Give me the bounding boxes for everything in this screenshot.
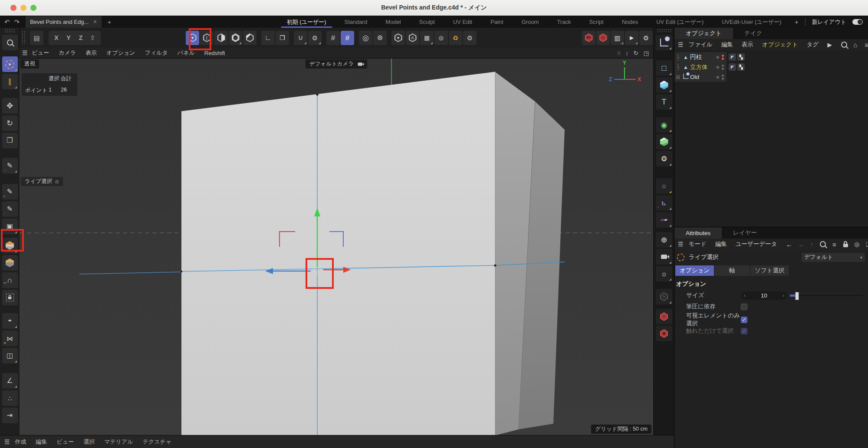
- menu-burger-icon[interactable]: ☰: [4, 438, 10, 445]
- spline-primitive-icon[interactable]: □: [656, 60, 672, 76]
- stepper-decrease-icon[interactable]: ‹: [741, 293, 749, 298]
- array-generator-icon[interactable]: [656, 134, 672, 150]
- tab-オブジェクト[interactable]: オブジェクト: [674, 28, 733, 39]
- enable-axis-icon[interactable]: ∟: [261, 31, 275, 45]
- visibility-dots[interactable]: [722, 55, 724, 60]
- visible-only-checkbox[interactable]: ✓: [741, 317, 747, 323]
- forward-arrow-icon[interactable]: →: [797, 241, 804, 248]
- layer-diamond-icon[interactable]: ◆: [716, 64, 720, 70]
- viewport-menu-フィルタ[interactable]: フィルタ: [145, 49, 168, 57]
- texture-tag-icon[interactable]: ▚: [737, 63, 745, 71]
- menu-burger-icon[interactable]: ☰: [22, 49, 28, 56]
- live-selection-tool-icon[interactable]: ➤: [2, 56, 18, 72]
- expand-icon[interactable]: ⊞: [674, 74, 681, 80]
- layout-tab-UVEdit-User (ユーザー)[interactable]: UVEdit-User (ユーザー): [713, 16, 790, 28]
- size-stepper[interactable]: ‹ 10 ›: [741, 291, 787, 300]
- back-arrow-icon[interactable]: ←: [786, 241, 792, 248]
- slider-handle[interactable]: [795, 292, 799, 300]
- dolly-icon[interactable]: ↕: [625, 50, 628, 56]
- attr-menu-編集[interactable]: 編集: [715, 240, 727, 248]
- texture-axis-mode-icon[interactable]: [243, 31, 256, 45]
- point-marker-right[interactable]: [494, 264, 496, 266]
- viewport-canvas[interactable]: 透視 デフォルトカメラ 選択 合計 ポイント 1 26 ライブ選択 ◎ グリッド…: [20, 59, 653, 435]
- object-row-Old[interactable]: ⊞Old◆: [674, 72, 868, 82]
- mirror-tool-icon[interactable]: ⋈◂: [2, 330, 18, 346]
- layout-tab-Sculpt[interactable]: Sculpt: [410, 16, 444, 28]
- bottom-menu-選択[interactable]: 選択: [83, 438, 95, 446]
- sky-object-icon[interactable]: ⊕: [656, 232, 672, 248]
- tweak-selection-tool-icon[interactable]: ∥: [2, 74, 18, 89]
- modeling-circle-icon[interactable]: ◎: [359, 31, 372, 45]
- magnet-tool-icon[interactable]: ∴: [2, 390, 18, 406]
- tab-テイク[interactable]: テイク: [733, 28, 773, 39]
- camera-label[interactable]: デフォルトカメラ: [306, 59, 367, 69]
- layout-tab-Track[interactable]: Track: [548, 16, 580, 28]
- render-queue-icon[interactable]: ▶: [625, 31, 638, 45]
- pan-hand-icon[interactable]: ☝: [617, 50, 620, 56]
- viewport-menu-Redshift[interactable]: Redshift: [204, 50, 225, 56]
- effector-icon[interactable]: ⚙∙: [656, 151, 672, 167]
- isolate-hexagon-icon[interactable]: ●: [391, 31, 405, 45]
- subtab-ソフト選択[interactable]: ソフト選択: [750, 265, 789, 276]
- edges-mode-icon[interactable]: |: [200, 31, 214, 45]
- texture-tag-icon[interactable]: ▚: [737, 53, 745, 61]
- phong-tag-icon[interactable]: ◤: [729, 53, 736, 61]
- layout-tab-Paint[interactable]: Paint: [481, 16, 513, 28]
- layer-diamond-icon[interactable]: ◆: [716, 54, 720, 60]
- layout-tab-Model[interactable]: Model: [376, 16, 410, 28]
- viewport-menu-カメラ[interactable]: カメラ: [59, 49, 76, 57]
- pressure-checkbox[interactable]: [741, 304, 747, 310]
- viewport-menu-ビュー[interactable]: ビュー: [32, 49, 49, 57]
- layout-tab-UV Edit[interactable]: UV Edit: [444, 16, 481, 28]
- render-to-viewer-icon[interactable]: ▥: [611, 31, 624, 45]
- new-layout-button[interactable]: 新レイアウト: [808, 18, 850, 26]
- subdivision-surface-icon[interactable]: ◉: [656, 117, 672, 133]
- stepper-increase-icon[interactable]: ›: [779, 293, 787, 298]
- zoom-window-button[interactable]: [30, 5, 36, 11]
- om-menu-タグ[interactable]: タグ: [807, 41, 819, 49]
- instance-object-icon[interactable]: ⊾▫: [656, 195, 672, 211]
- iron-tool-icon[interactable]: ∠: [2, 373, 18, 389]
- om-menu-編集[interactable]: 編集: [721, 41, 733, 49]
- bottom-menu-編集[interactable]: 編集: [36, 438, 47, 446]
- search-icon[interactable]: [841, 42, 848, 48]
- axis-z-button[interactable]: Z: [75, 34, 87, 41]
- axis-x-button[interactable]: X: [50, 34, 62, 41]
- point-marker-top[interactable]: [316, 93, 318, 95]
- minimize-window-button[interactable]: [20, 5, 26, 11]
- text-spline-icon[interactable]: T: [656, 94, 672, 110]
- layer-diamond-icon[interactable]: ◆: [716, 74, 720, 80]
- redshift-camera-icon[interactable]: ◉: [656, 326, 672, 341]
- up-arrow-icon[interactable]: ↑: [808, 241, 815, 248]
- viewport-menu-表示[interactable]: 表示: [85, 49, 97, 57]
- layout-tab-UV Edit (ユーザー)[interactable]: UV Edit (ユーザー): [647, 16, 713, 28]
- bottom-menu-作成[interactable]: 作成: [15, 438, 26, 446]
- om-menu-表示[interactable]: 表示: [742, 41, 753, 49]
- orbit-icon[interactable]: ↻: [634, 50, 638, 56]
- polygon-pen-tool-icon[interactable]: ✎▪: [2, 184, 18, 199]
- camera-object-icon[interactable]: [656, 249, 672, 265]
- close-window-button[interactable]: [10, 5, 16, 11]
- object-name[interactable]: Old: [690, 74, 716, 80]
- redo-icon[interactable]: ↷: [14, 18, 20, 26]
- bottom-menu-マテリアル[interactable]: マテリアル: [104, 438, 133, 446]
- filter-icon[interactable]: ≡: [863, 41, 868, 49]
- null-object-icon[interactable]: [656, 35, 672, 50]
- visibility-dots[interactable]: [722, 65, 724, 70]
- symmetry-object-icon[interactable]: ▱▰: [656, 212, 672, 228]
- redshift-light-icon[interactable]: ☼: [656, 309, 672, 324]
- model-mode-icon[interactable]: [229, 31, 242, 45]
- bridge-tool-icon[interactable]: ∩▔: [2, 272, 18, 288]
- layout-tab-初期 (ユーザー)[interactable]: 初期 (ユーザー): [278, 16, 335, 28]
- layout-tab-Script[interactable]: Script: [580, 16, 612, 28]
- close-document-icon[interactable]: ✕: [93, 19, 97, 25]
- annotate-hexagon-icon[interactable]: A: [406, 31, 419, 45]
- subtab-オプション[interactable]: オプション: [675, 265, 714, 276]
- light-object-icon[interactable]: ☼: [656, 266, 672, 281]
- extrude-tool-icon[interactable]: [2, 255, 18, 271]
- workplane-grid-icon[interactable]: #: [326, 31, 340, 45]
- polygons-mode-icon[interactable]: [214, 31, 228, 45]
- object-row-円柱[interactable]: ├▲円柱◆◤▚: [674, 52, 868, 62]
- bevel-tool-icon[interactable]: [2, 238, 18, 253]
- material-disabled-icon[interactable]: ✎: [656, 289, 672, 304]
